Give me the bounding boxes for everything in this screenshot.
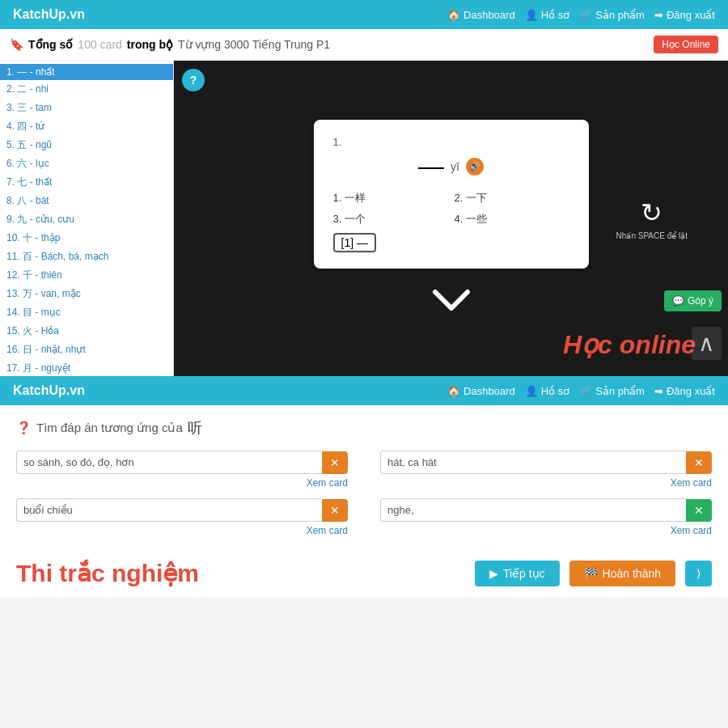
quiz-answer-1: ✕ Xem card bbox=[16, 451, 348, 489]
hoc-online-watermark: Học online bbox=[563, 329, 696, 360]
in-label: trong bộ bbox=[127, 38, 173, 51]
nav-links-2: 🏠 Dashboard 👤 Hồ sơ 🛒 Sản phẩm ➡ Đăng xu… bbox=[447, 385, 715, 397]
extra-button[interactable]: ⟩ bbox=[685, 561, 712, 586]
xem-card-4[interactable]: Xem card bbox=[380, 525, 712, 536]
question-char: 听 bbox=[188, 418, 202, 438]
flashcard-character: — yī 🔊 bbox=[333, 151, 569, 181]
sidebar-item[interactable]: 14. 目 - mục bbox=[0, 303, 173, 322]
help-button[interactable]: ? bbox=[182, 69, 205, 91]
hoc-online-button[interactable]: Học Online bbox=[654, 36, 718, 53]
check-icon: 🏁 bbox=[584, 567, 598, 580]
refresh-button[interactable]: ↻ Nhấn SPACE để lật bbox=[616, 197, 688, 240]
quiz-clear-btn-3[interactable]: ✕ bbox=[686, 451, 712, 474]
set-name: Từ vựng 3000 Tiếng Trung P1 bbox=[178, 38, 330, 51]
refresh-icon: ↻ bbox=[641, 197, 662, 228]
sidebar-item[interactable]: 13. 万 - van, mặc bbox=[0, 285, 173, 303]
brand-logo-2[interactable]: KatchUp.vn bbox=[13, 383, 85, 398]
bookmark-icon: 🔖 bbox=[10, 38, 23, 51]
quiz-title: Thi trắc nghiệm bbox=[16, 559, 199, 587]
play-icon: ▶ bbox=[489, 567, 498, 580]
nav-profile[interactable]: 👤 Hồ sơ bbox=[525, 9, 570, 21]
sidebar-item[interactable]: 5. 五 - ngũ bbox=[0, 136, 173, 154]
sidebar-item[interactable]: 1. — - nhất bbox=[0, 64, 173, 80]
sidebar-item[interactable]: 7. 七 - thất bbox=[0, 173, 173, 192]
sidebar-item[interactable]: 8. 八 - bát bbox=[0, 192, 173, 210]
quiz-input-1[interactable] bbox=[16, 451, 322, 474]
xem-card-1[interactable]: Xem card bbox=[16, 477, 348, 489]
quiz-input-row-4: ✕ bbox=[380, 498, 712, 522]
option-4[interactable]: 4. 一些 bbox=[455, 212, 569, 226]
sidebar-item[interactable]: 4. 四 - tứ bbox=[0, 117, 173, 136]
refresh-label: Nhấn SPACE để lật bbox=[616, 231, 688, 240]
profile-icon: 👤 bbox=[525, 9, 538, 21]
hoan-thanh-button[interactable]: 🏁 Hoàn thành bbox=[569, 561, 675, 586]
option-2[interactable]: 2. 一下 bbox=[455, 191, 569, 205]
logout-icon-2: ➡ bbox=[654, 385, 663, 397]
sidebar-item[interactable]: 10. 十 - thập bbox=[0, 229, 173, 248]
card-count: 100 card bbox=[78, 38, 121, 51]
total-prefix: Tổng số bbox=[28, 38, 73, 51]
flashcard-number: 1. bbox=[333, 136, 569, 148]
quiz-input-row-3: ✕ bbox=[380, 451, 712, 474]
sidebar-item[interactable]: 6. 六 - lục bbox=[0, 154, 173, 173]
main-content: 1. — - nhất 2. 二 - nhi 3. 三 - tam 4. 四 -… bbox=[0, 61, 728, 376]
question-prefix: Tìm đáp án tương ứng của bbox=[36, 421, 183, 435]
quiz-footer: Thi trắc nghiệm ▶ Tiếp tục 🏁 Hoàn thành … bbox=[0, 549, 728, 597]
nav-products-2[interactable]: 🛒 Sản phẩm bbox=[579, 385, 645, 397]
flashcard-options: 1. 一样 2. 一下 3. 一个 4. 一些 bbox=[333, 191, 569, 226]
cart-icon-2: 🛒 bbox=[579, 385, 592, 397]
nav-logout-2[interactable]: ➡ Đăng xuất bbox=[654, 385, 715, 397]
sidebar-item[interactable]: 2. 二 - nhi bbox=[0, 80, 173, 99]
xem-card-2[interactable]: Xem card bbox=[16, 525, 348, 536]
nav-logout[interactable]: ➡ Đăng xuất bbox=[654, 9, 715, 21]
sound-button[interactable]: 🔊 bbox=[466, 158, 484, 176]
nav-profile-2[interactable]: 👤 Hồ sơ bbox=[525, 385, 570, 397]
flashcard: 1. — yī 🔊 1. 一样 2. 一下 3. 一个 4. 一些 [1] — bbox=[314, 120, 589, 269]
pinyin: yī bbox=[451, 160, 459, 173]
logout-icon: ➡ bbox=[654, 9, 663, 21]
chat-icon: 💬 bbox=[672, 295, 684, 307]
option-1[interactable]: 1. 一样 bbox=[333, 191, 448, 205]
chinese-char: — bbox=[418, 151, 444, 181]
question-icon: ❓ bbox=[16, 421, 32, 435]
sidebar-item[interactable]: 12. 千 - thiên bbox=[0, 266, 173, 285]
chevron-up-button[interactable]: ∧ bbox=[692, 327, 722, 360]
dashboard-icon: 🏠 bbox=[447, 9, 460, 21]
profile-icon-2: 👤 bbox=[525, 385, 538, 397]
quiz-grid: ✕ Xem card ✕ Xem card ✕ Xem card bbox=[16, 451, 712, 536]
quiz-clear-btn-2[interactable]: ✕ bbox=[322, 499, 348, 522]
nav-dashboard[interactable]: 🏠 Dashboard bbox=[447, 9, 515, 21]
brand-logo[interactable]: KatchUp.vn bbox=[13, 7, 85, 22]
quiz-section: ❓ Tìm đáp án tương ứng của 听 ✕ Xem card … bbox=[0, 405, 728, 549]
sidebar-item[interactable]: 3. 三 - tam bbox=[0, 99, 173, 117]
nav-products[interactable]: 🛒 Sản phẩm bbox=[579, 9, 645, 21]
chevron-down-icon[interactable] bbox=[431, 285, 472, 317]
option-3[interactable]: 3. 一个 bbox=[333, 212, 448, 226]
sidebar-list: 1. — - nhất 2. 二 - nhi 3. 三 - tam 4. 四 -… bbox=[0, 64, 173, 376]
quiz-input-4[interactable] bbox=[380, 498, 686, 522]
sidebar-item[interactable]: 16. 日 - nhật, nhựt bbox=[0, 341, 173, 359]
sidebar-item[interactable]: 17. 月 - nguyệt bbox=[0, 359, 173, 376]
tiep-tuc-button[interactable]: ▶ Tiếp tục bbox=[475, 561, 560, 586]
bottom-navbar: KatchUp.vn 🏠 Dashboard 👤 Hồ sơ 🛒 Sản phẩ… bbox=[0, 376, 728, 405]
quiz-answer-4: ✕ Xem card bbox=[380, 498, 712, 536]
flashcard-answer: [1] — bbox=[333, 233, 376, 252]
quiz-input-3[interactable] bbox=[380, 451, 686, 474]
sidebar-item[interactable]: 11. 百 - Bách, bá, mạch bbox=[0, 248, 173, 266]
quiz-clear-btn-1[interactable]: ✕ bbox=[322, 451, 348, 474]
xem-card-3[interactable]: Xem card bbox=[380, 477, 712, 489]
flashcard-area: ? 1. — yī 🔊 1. 一样 2. 一下 3. 一个 4. 一些 [1] … bbox=[174, 61, 728, 376]
nav-dashboard-2[interactable]: 🏠 Dashboard bbox=[447, 385, 515, 397]
card-header: 🔖 Tổng số 100 card trong bộ Từ vựng 3000… bbox=[0, 29, 728, 61]
top-navbar: KatchUp.vn 🏠 Dashboard 👤 Hồ sơ 🛒 Sản phẩ… bbox=[0, 0, 728, 29]
sidebar-item[interactable]: 9. 九 - cửu, cưu bbox=[0, 210, 173, 229]
sidebar-item[interactable]: 15. 火 - Hỏa bbox=[0, 322, 173, 341]
quiz-input-row-1: ✕ bbox=[16, 451, 348, 474]
feedback-button[interactable]: 💬 Góp ý bbox=[664, 290, 722, 311]
sidebar[interactable]: 1. — - nhất 2. 二 - nhi 3. 三 - tam 4. 四 -… bbox=[0, 61, 174, 376]
nav-links: 🏠 Dashboard 👤 Hồ sơ 🛒 Sản phẩm ➡ Đăng xu… bbox=[447, 9, 715, 21]
cart-icon: 🛒 bbox=[579, 9, 592, 21]
dashboard-icon-2: 🏠 bbox=[447, 385, 460, 397]
quiz-clear-btn-4[interactable]: ✕ bbox=[686, 499, 712, 522]
quiz-input-2[interactable] bbox=[16, 498, 322, 522]
